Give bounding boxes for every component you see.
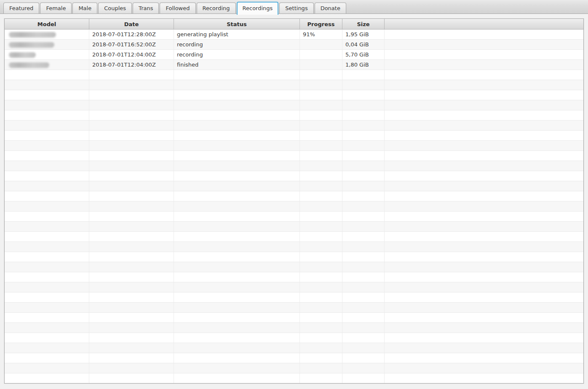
empty-cell (89, 201, 174, 211)
empty-cell (89, 100, 174, 110)
column-header-extra[interactable] (385, 19, 583, 29)
empty-cell (342, 242, 385, 252)
empty-cell (385, 262, 583, 272)
tab-trans[interactable]: Trans (133, 3, 159, 13)
empty-row (5, 100, 583, 110)
empty-row (5, 353, 583, 363)
empty-cell (342, 303, 385, 312)
empty-cell (385, 131, 583, 140)
empty-cell (342, 110, 385, 120)
column-header-date[interactable]: Date (89, 19, 174, 29)
tab-featured[interactable]: Featured (3, 3, 39, 13)
empty-cell (89, 313, 174, 322)
cell-model (5, 30, 89, 39)
empty-cell (5, 90, 89, 100)
empty-cell (5, 70, 89, 80)
empty-cell (5, 110, 89, 120)
empty-cell (89, 70, 174, 80)
empty-cell (385, 292, 583, 302)
empty-cell (89, 191, 174, 201)
empty-cell (89, 212, 174, 221)
tab-settings[interactable]: Settings (279, 3, 313, 13)
empty-row (5, 313, 583, 323)
empty-cell (385, 201, 583, 211)
tab-recordings[interactable]: Recordings (237, 2, 279, 15)
empty-row (5, 373, 583, 384)
empty-cell (342, 282, 385, 292)
empty-cell (342, 90, 385, 100)
empty-cell (174, 252, 300, 262)
column-header-progress[interactable]: Progress (300, 19, 342, 29)
empty-cell (300, 90, 342, 100)
empty-cell (342, 171, 385, 181)
empty-cell (89, 131, 174, 140)
empty-cell (300, 121, 342, 130)
empty-cell (342, 141, 385, 150)
tab-male[interactable]: Male (72, 3, 97, 13)
column-header-size[interactable]: Size (342, 19, 385, 29)
empty-cell (385, 70, 583, 80)
empty-cell (89, 232, 174, 241)
empty-cell (342, 201, 385, 211)
tab-donate[interactable]: Donate (315, 3, 346, 13)
empty-cell (174, 70, 300, 80)
empty-cell (5, 222, 89, 231)
empty-cell (5, 292, 89, 302)
empty-cell (5, 333, 89, 343)
empty-row (5, 232, 583, 242)
empty-cell (300, 222, 342, 231)
tab-couples[interactable]: Couples (98, 3, 132, 13)
empty-cell (174, 373, 300, 383)
empty-cell (174, 242, 300, 252)
empty-cell (300, 363, 342, 373)
empty-cell (342, 373, 385, 383)
empty-cell (174, 282, 300, 292)
tab-followed[interactable]: Followed (160, 3, 195, 13)
empty-cell (174, 303, 300, 312)
empty-cell (89, 181, 174, 191)
empty-cell (89, 141, 174, 150)
column-header-model[interactable]: Model (5, 19, 89, 29)
empty-cell (174, 161, 300, 171)
cell-status: finished (174, 60, 300, 70)
empty-cell (174, 232, 300, 241)
cell-extra (385, 30, 583, 39)
empty-row (5, 171, 583, 181)
empty-cell (342, 333, 385, 343)
empty-cell (174, 141, 300, 150)
empty-cell (342, 272, 385, 282)
empty-cell (342, 313, 385, 322)
recording-row[interactable]: 2018-07-01T16:52:00Zrecording0,04 GiB (5, 40, 583, 50)
empty-cell (89, 161, 174, 171)
recording-row[interactable]: 2018-07-01T12:28:00Zgenerating playlist9… (5, 30, 583, 40)
empty-cell (5, 313, 89, 322)
empty-cell (300, 252, 342, 262)
empty-cell (5, 232, 89, 241)
empty-cell (300, 323, 342, 333)
empty-cell (5, 100, 89, 110)
empty-cell (385, 252, 583, 262)
column-header-status[interactable]: Status (174, 19, 300, 29)
empty-cell (342, 80, 385, 90)
empty-row (5, 333, 583, 343)
empty-row (5, 252, 583, 262)
empty-cell (5, 191, 89, 201)
tab-recording[interactable]: Recording (197, 3, 236, 13)
empty-cell (5, 262, 89, 272)
empty-cell (5, 151, 89, 161)
empty-row (5, 212, 583, 222)
empty-cell (5, 161, 89, 171)
empty-row (5, 191, 583, 201)
empty-row (5, 131, 583, 141)
recording-row[interactable]: 2018-07-01T12:04:00Zrecording5,70 GiB (5, 50, 583, 60)
empty-cell (89, 363, 174, 373)
cell-progress (300, 50, 342, 59)
empty-cell (300, 292, 342, 302)
empty-cell (300, 232, 342, 241)
tab-female[interactable]: Female (40, 3, 72, 13)
empty-cell (5, 373, 89, 383)
empty-row (5, 292, 583, 303)
empty-cell (174, 313, 300, 322)
cell-size: 1,95 GiB (342, 30, 385, 39)
recording-row[interactable]: 2018-07-01T12:04:00Zfinished1,80 GiB (5, 60, 583, 70)
